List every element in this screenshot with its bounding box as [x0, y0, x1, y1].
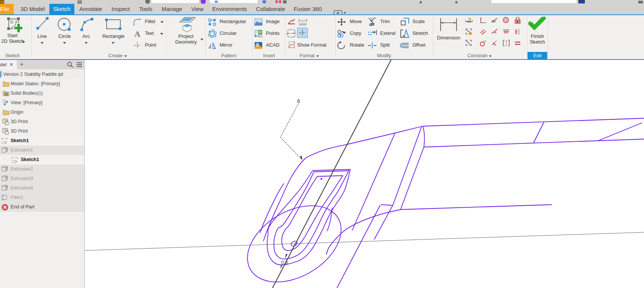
svg-text:6: 6: [297, 98, 300, 104]
svg-text:0.8: 0.8: [281, 260, 288, 265]
